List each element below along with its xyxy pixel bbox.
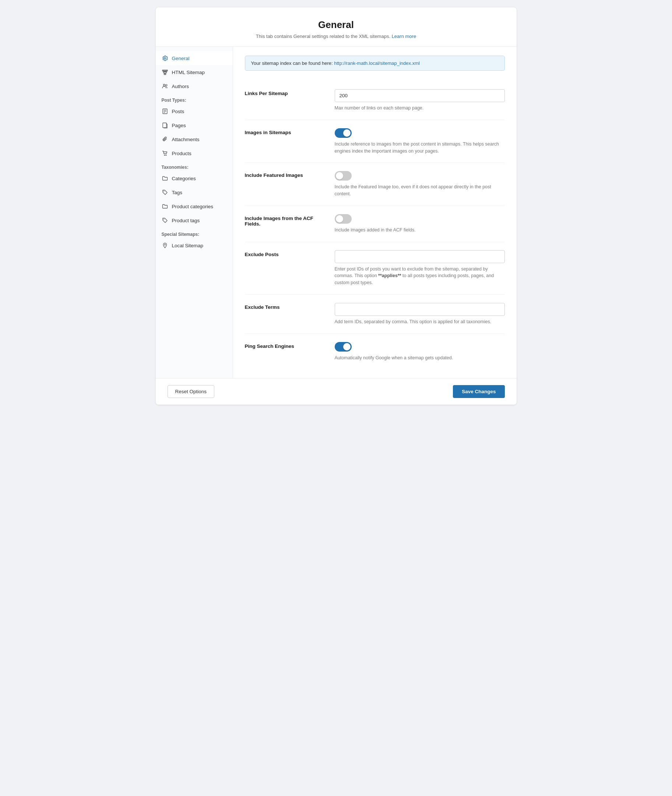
authors-icon [162,83,168,90]
tag-icon [162,217,168,224]
tag-icon [162,189,168,196]
exclude-terms-desc: Add term IDs, separated by comma. This o… [335,318,505,326]
sidebar-item-tags[interactable]: Tags [156,185,233,199]
images-in-sitemaps-control: Include reference to images from the pos… [335,128,505,155]
exclude-terms-label: Exclude Terms [245,303,326,310]
sidebar-item-label: General [172,56,190,61]
footer-bar: Reset Options Save Changes [156,378,517,404]
svg-point-11 [166,84,167,86]
exclude-posts-input[interactable] [335,250,505,263]
sidebar-item-categories[interactable]: Categories [156,172,233,185]
taxonomies-section-label: Taxonomies: [156,160,233,172]
exclude-posts-control: Enter post IDs of posts you want to excl… [335,250,505,286]
attachments-icon [162,136,168,143]
setting-exclude-posts: Exclude Posts Enter post IDs of posts yo… [245,242,505,295]
include-acf-images-toggle[interactable] [335,214,352,224]
special-sitemaps-section-label: Special Sitemaps: [156,227,233,238]
page-title: General [171,19,502,30]
post-types-section-label: Post Types: [156,93,233,104]
sidebar-item-label: Local Sitemap [172,243,204,249]
reset-options-button[interactable]: Reset Options [168,385,215,398]
setting-include-featured-images: Include Featured Images Include the Feat… [245,163,505,206]
links-per-sitemap-desc: Max number of links on each sitemap page… [335,105,505,112]
images-in-sitemaps-desc: Include reference to images from the pos… [335,141,505,155]
sidebar-item-label: Attachments [172,137,200,142]
pages-icon [162,122,168,128]
sidebar-item-product-tags[interactable]: Product tags [156,213,233,227]
setting-ping-search-engines: Ping Search Engines Automatically notify… [245,334,505,370]
folder-icon [162,203,168,210]
folder-icon [162,175,168,182]
images-in-sitemaps-toggle[interactable] [335,128,352,138]
sidebar-item-label: HTML Sitemap [172,70,205,75]
setting-links-per-sitemap: Links Per Sitemap Max number of links on… [245,81,505,120]
svg-point-10 [163,84,165,86]
setting-include-acf-images: Include Images from the ACF Fields. Incl… [245,206,505,242]
links-per-sitemap-input[interactable] [335,89,505,102]
sidebar: General [156,47,233,378]
content-area: General [156,47,517,378]
sidebar-item-products[interactable]: Products [156,146,233,160]
links-per-sitemap-label: Links Per Sitemap [245,89,326,96]
sitemap-info-banner: Your sitemap index can be found here: ht… [245,56,505,71]
sidebar-item-label: Products [172,151,192,156]
svg-point-18 [164,155,165,156]
sidebar-item-label: Tags [172,190,182,195]
sidebar-item-label: Pages [172,123,186,128]
learn-more-link[interactable]: Learn more [392,34,416,39]
sidebar-item-product-categories[interactable]: Product categories [156,199,233,213]
images-in-sitemaps-label: Images in Sitemaps [245,128,326,135]
svg-rect-1 [164,70,166,71]
sidebar-item-label: Product categories [172,204,214,209]
ping-search-engines-toggle[interactable] [335,342,352,351]
sidebar-item-general[interactable]: General [156,51,233,65]
svg-point-21 [163,219,164,220]
sidebar-item-authors[interactable]: Authors [156,79,233,93]
setting-exclude-terms: Exclude Terms Add term IDs, separated by… [245,295,505,334]
exclude-posts-label: Exclude Posts [245,250,326,257]
ping-search-engines-desc: Automatically notify Google when a sitem… [335,355,505,361]
include-featured-images-toggle[interactable] [335,171,352,181]
include-acf-images-desc: Include images added in the ACF fields. [335,226,505,234]
sidebar-item-local-sitemap[interactable]: Local Sitemap [156,238,233,252]
sidebar-item-html-sitemap[interactable]: HTML Sitemap [156,65,233,79]
include-featured-images-toggle-wrap [335,171,505,181]
svg-point-22 [164,244,165,246]
page-subtitle: This tab contains General settings relat… [171,34,502,39]
sidebar-item-label: Categories [172,176,196,181]
include-featured-images-desc: Include the Featured Image too, even if … [335,183,505,197]
ping-search-engines-toggle-wrap [335,342,505,351]
include-acf-images-control: Include images added in the ACF fields. [335,214,505,234]
include-featured-images-control: Include the Featured Image too, even if … [335,171,505,197]
exclude-posts-desc: Enter post IDs of posts you want to excl… [335,266,505,286]
ping-search-engines-label: Ping Search Engines [245,342,326,349]
save-changes-button[interactable]: Save Changes [453,385,504,398]
exclude-terms-input[interactable] [335,303,505,316]
location-icon [162,242,168,249]
svg-rect-16 [163,123,166,128]
sidebar-item-attachments[interactable]: Attachments [156,132,233,146]
sitemap-url-link[interactable]: http://rank-math.local/sitemap_index.xml [334,61,420,66]
ping-search-engines-control: Automatically notify Google when a sitem… [335,342,505,361]
include-featured-images-label: Include Featured Images [245,171,326,178]
products-icon [162,150,168,157]
posts-icon [162,108,168,115]
svg-rect-4 [164,74,166,75]
sidebar-item-posts[interactable]: Posts [156,104,233,118]
sidebar-item-label: Posts [172,109,184,114]
sidebar-item-label: Product tags [172,218,200,223]
page-header: General This tab contains General settin… [156,7,517,47]
sidebar-item-label: Authors [172,83,189,89]
sidebar-item-pages[interactable]: Pages [156,118,233,132]
sitemap-icon [162,69,168,75]
links-per-sitemap-control: Max number of links on each sitemap page… [335,89,505,112]
setting-images-in-sitemaps: Images in Sitemaps Include reference to … [245,120,505,163]
images-in-sitemaps-toggle-wrap [335,128,505,138]
svg-point-20 [163,191,164,192]
settings-card: General This tab contains General settin… [156,7,517,404]
include-acf-images-label: Include Images from the ACF Fields. [245,214,326,226]
include-acf-images-toggle-wrap [335,214,505,224]
svg-point-19 [166,155,166,156]
main-content: Your sitemap index can be found here: ht… [233,47,517,378]
exclude-terms-control: Add term IDs, separated by comma. This o… [335,303,505,326]
